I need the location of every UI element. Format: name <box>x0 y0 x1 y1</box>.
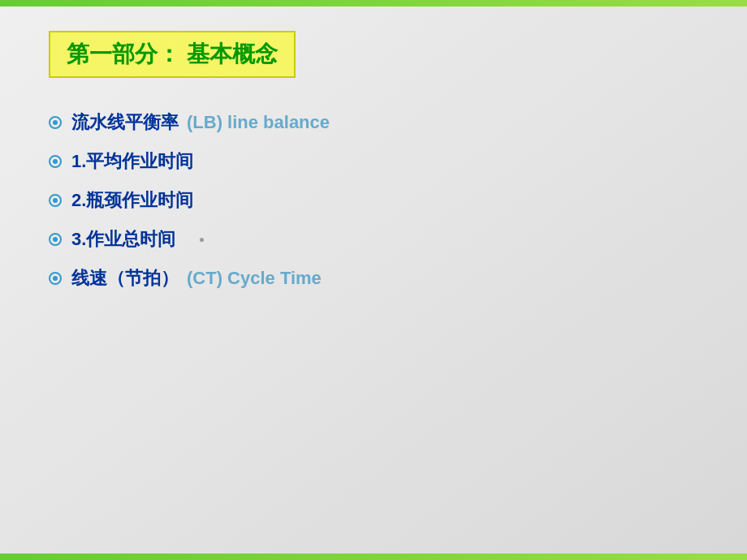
ct-english: (CT) Cycle Time <box>187 268 322 289</box>
item2-text: 2.瓶颈作业时间 <box>71 188 193 213</box>
slide-content: 第一部分： 基本概念 流水线平衡率 (LB) line balance 1.平均… <box>0 6 747 554</box>
slide-container: 第一部分： 基本概念 流水线平衡率 (LB) line balance 1.平均… <box>0 0 747 560</box>
bullet-list: 流水线平衡率 (LB) line balance 1.平均作业时间 2.瓶颈作业… <box>49 110 698 291</box>
item-main: 3.作业总时间 <box>71 227 204 252</box>
list-item: 3.作业总时间 <box>49 227 698 252</box>
list-item: 1.平均作业时间 <box>49 149 698 174</box>
lb-chinese: 流水线平衡率 <box>71 110 179 135</box>
bullet-icon <box>49 155 62 168</box>
item-main: 流水线平衡率 (LB) line balance <box>71 110 330 135</box>
list-item: 流水线平衡率 (LB) line balance <box>49 110 698 135</box>
item3-text: 3.作业总时间 <box>71 227 175 252</box>
ct-chinese: 线速（节拍） <box>71 266 179 291</box>
title-box: 第一部分： 基本概念 <box>49 31 296 78</box>
top-bar <box>0 0 747 6</box>
list-item: 线速（节拍） (CT) Cycle Time <box>49 266 698 291</box>
item1-text: 1.平均作业时间 <box>71 149 193 174</box>
bullet-icon <box>49 116 62 129</box>
small-dot <box>200 238 204 242</box>
bullet-icon <box>49 233 62 246</box>
bullet-icon <box>49 272 62 285</box>
lb-english: (LB) line balance <box>187 112 330 133</box>
item-main: 线速（节拍） (CT) Cycle Time <box>71 266 322 291</box>
bullet-icon <box>49 194 62 207</box>
slide-title: 第一部分： 基本概念 <box>67 41 278 67</box>
list-item: 2.瓶颈作业时间 <box>49 188 698 213</box>
bottom-bar <box>0 554 747 560</box>
